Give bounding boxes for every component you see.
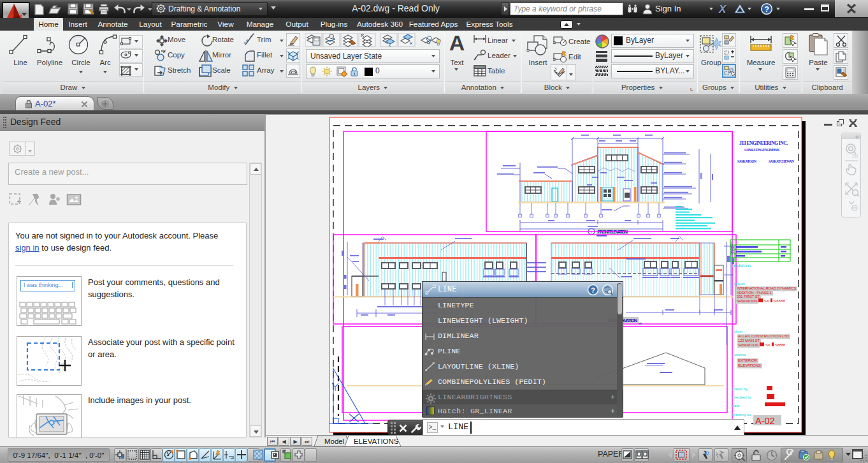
svg-text:checked by: checked by [732,395,751,399]
svg-text:ELEVATIONS: ELEVATIONS [738,363,761,367]
svg-text:CONSULTING ENGINEERS: CONSULTING ENGINEERS [744,148,779,152]
svg-text:content: content [734,353,746,356]
svg-text:2D: 2D [852,154,858,158]
svg-text:Model: Model [324,437,344,445]
svg-text:SASKATCHEWAN: SASKATCHEWAN [769,159,794,163]
svg-text:JEI ENGINEERING INC.: JEI ENGINEERING INC. [739,140,788,146]
svg-text:A-02: A-02 [755,416,775,426]
svg-text:drawn by: drawn by [732,387,748,391]
svg-text:ALLAN CONSTRUCTION LTD: ALLAN CONSTRUCTION LTD [738,334,789,338]
svg-text:123 MAIN ST: 123 MAIN ST [738,339,760,342]
svg-text:331 FIRST ST: 331 FIRST ST [737,295,760,298]
svg-text:?: ? [764,5,769,14]
svg-text:ELEVATIONS: ELEVATIONS [354,437,399,445]
svg-text:date: date [732,404,740,408]
svg-text:SK: SK [764,299,769,303]
svg-text:SASKATOON: SASKATOON [737,299,757,303]
svg-text:?: ? [591,286,595,294]
svg-text:client: client [734,330,742,334]
svg-text:SASKATOON: SASKATOON [737,159,756,163]
svg-text:EXTERIOR: EXTERIOR [738,358,758,362]
svg-text:project: project [734,282,745,286]
svg-text:revisions: revisions [732,263,751,268]
svg-text:INTERNATIONAL ROAD DYNAMICS: INTERNATIONAL ROAD DYNAMICS [737,286,796,290]
svg-text:S8888: S8888 [775,343,785,347]
svg-text:SASKATOON: SASKATOON [738,343,758,347]
svg-text:SK: SK [765,343,770,347]
svg-text:drawing no.: drawing no. [732,413,752,416]
svg-text:S8888: S8888 [774,299,785,303]
